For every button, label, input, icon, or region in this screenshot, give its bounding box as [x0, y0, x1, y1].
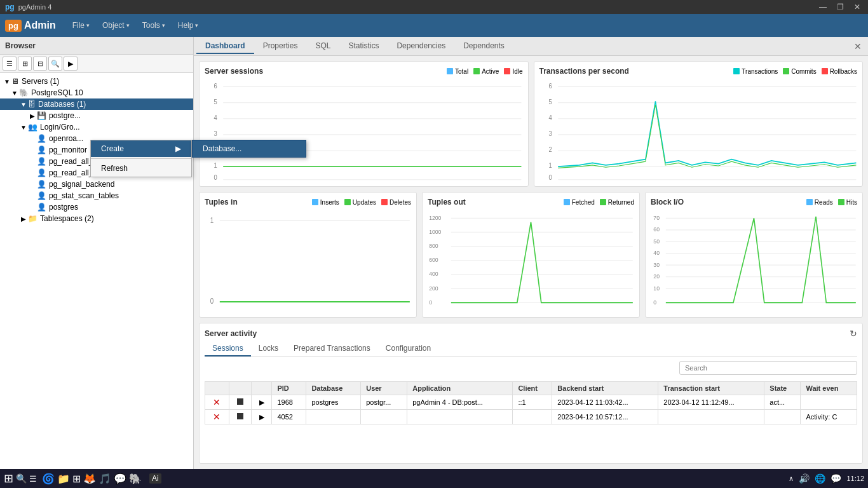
svg-text:30: 30 — [653, 261, 660, 268]
taskbar-chat-icon[interactable]: 💬 — [114, 473, 126, 485]
tree-pg-signal-backend[interactable]: 👤 pg_signal_backend — [0, 179, 193, 190]
taskbar-apps-icon[interactable]: ⊞ — [72, 473, 81, 485]
maximize-button[interactable]: ❐ — [834, 3, 846, 11]
context-refresh[interactable]: Refresh — [91, 160, 191, 177]
tree-pg-stat-scan-tables[interactable]: 👤 pg_stat_scan_tables — [0, 190, 193, 201]
tab-dependencies[interactable]: Dependencies — [388, 39, 454, 54]
login-groups-label: Login/Gro... — [40, 123, 80, 132]
legend-total: Total — [447, 68, 468, 75]
toggle-login-groups: ▼ — [19, 124, 28, 131]
legend-deletes: Deletes — [381, 199, 411, 206]
chart-server-sessions: Server sessions Total Active — [199, 61, 529, 187]
tree-tablespaces[interactable]: ▶ 📁 Tablespaces (2) — [0, 213, 193, 224]
row2-play[interactable]: ▶ — [251, 410, 272, 424]
openroad-icon: 👤 — [37, 134, 46, 143]
tray-notification-icon[interactable]: 💬 — [831, 473, 841, 484]
taskbar-task-view-icon[interactable]: ☰ — [29, 474, 37, 484]
row2-transaction-start — [658, 410, 764, 424]
legend-hits-label: Hits — [846, 199, 857, 206]
tree-postgresql[interactable]: ▼ 🐘 PostgreSQL 10 — [0, 87, 193, 98]
legend-returned-label: Returned — [608, 199, 634, 206]
toolbar-menu-btn[interactable]: ☰ — [3, 57, 17, 71]
taskbar-search-icon[interactable]: 🔍 — [16, 473, 27, 484]
start-button[interactable]: ⊞ — [4, 471, 13, 485]
chart-transactions-area: 6 5 4 3 2 1 0 — [539, 79, 858, 181]
svg-text:0: 0 — [214, 173, 218, 180]
minimize-button[interactable]: — — [817, 3, 829, 11]
col-pid: PID — [272, 382, 306, 395]
legend-updates-dot — [344, 199, 351, 205]
toolbar-grid-btn[interactable]: ⊞ — [18, 57, 32, 71]
row2-terminate[interactable]: ✕ — [205, 410, 229, 424]
tab-sql[interactable]: SQL — [306, 39, 339, 54]
menubar: pg Admin File ▾ Object ▾ Tools ▾ Help ▾ — [0, 14, 868, 37]
row1-pid: 1968 — [272, 395, 306, 410]
taskbar-ai-label[interactable]: Ai — [149, 473, 161, 484]
tree-databases[interactable]: ▼ 🗄 Databases (1) — [0, 98, 193, 110]
pg-stat-scan-tables-icon: 👤 — [37, 191, 46, 200]
row1-state: act... — [764, 395, 801, 410]
tab-dashboard[interactable]: Dashboard — [196, 39, 254, 54]
svg-text:600: 600 — [429, 257, 438, 264]
tablespaces-icon: 📁 — [28, 214, 37, 223]
tree-login-groups[interactable]: ▼ 👥 Login/Gro... — [0, 121, 193, 133]
activity-tab-configuration[interactable]: Configuration — [378, 341, 438, 356]
menu-help[interactable]: Help ▾ — [172, 17, 205, 34]
tree-postgres-user[interactable]: 👤 postgres — [0, 201, 193, 213]
taskbar-music-icon[interactable]: 🎵 — [98, 473, 111, 485]
legend-deletes-label: Deletes — [390, 199, 411, 206]
svg-text:0: 0 — [653, 299, 656, 306]
toolbar-search-btn[interactable]: 🔍 — [48, 57, 62, 71]
tab-dependents[interactable]: Dependents — [454, 39, 513, 54]
activity-table-body: ✕ ▶ 1968 postgres postgr... pgAdmin 4 - … — [205, 395, 857, 424]
menu-object[interactable]: Object ▾ — [96, 17, 136, 34]
toolbar-collapse-btn[interactable]: ⊟ — [33, 57, 47, 71]
toolbar-execute-btn[interactable]: ▶ — [64, 57, 78, 71]
taskbar-files-icon[interactable]: 📁 — [57, 473, 70, 485]
legend-inserts-dot — [312, 199, 318, 205]
activity-tab-locks[interactable]: Locks — [251, 341, 286, 356]
svg-text:3: 3 — [214, 130, 218, 137]
row2-stop[interactable] — [229, 410, 251, 424]
tree-servers[interactable]: ▼ 🖥 Servers (1) — [0, 76, 193, 87]
chart-block-io-header: Block I/O Reads Hits — [651, 198, 857, 207]
tab-statistics[interactable]: Statistics — [339, 39, 388, 54]
context-create[interactable]: Create ▶ — [91, 140, 191, 157]
activity-tab-sessions[interactable]: Sessions — [205, 341, 251, 356]
legend-commits-dot — [783, 68, 789, 74]
tray-network-icon[interactable]: 🌐 — [815, 473, 825, 484]
submenu-database[interactable]: Database... — [193, 140, 306, 157]
legend-total-label: Total — [455, 68, 468, 75]
chart-tuples-in-title: Tuples in — [205, 198, 238, 207]
tree-postgres-db[interactable]: ▶ 💾 postgre... — [0, 110, 193, 121]
legend-returned: Returned — [600, 199, 634, 206]
tray-volume-icon[interactable]: 🔊 — [799, 473, 810, 484]
activity-table-head: PID Database User Application Client Bac… — [205, 382, 857, 395]
activity-search-input[interactable] — [679, 361, 857, 375]
taskbar-edge-icon[interactable]: 🌀 — [42, 473, 55, 485]
legend-reads-label: Reads — [815, 199, 833, 206]
menu-file[interactable]: File ▾ — [66, 17, 96, 34]
content-close-button[interactable]: ✕ — [850, 40, 865, 53]
row1-play[interactable]: ▶ — [251, 395, 272, 410]
taskbar-firefox-icon[interactable]: 🦊 — [83, 473, 96, 485]
menu-tools[interactable]: Tools ▾ — [136, 17, 172, 34]
content-tabs: Dashboard Properties SQL Statistics Depe… — [194, 37, 868, 56]
tab-properties[interactable]: Properties — [254, 39, 307, 54]
chart-tuples-in-area: 1 0 — [205, 210, 411, 312]
app-title: pgAdmin 4 — [18, 3, 52, 11]
tray-expand-icon[interactable]: ∧ — [789, 475, 794, 483]
postgresql-icon: 🐘 — [19, 88, 29, 97]
row1-stop[interactable] — [229, 395, 251, 410]
activity-refresh-button[interactable]: ↻ — [850, 329, 857, 339]
submenu: Database... — [192, 140, 306, 158]
activity-tab-prepared-transactions[interactable]: Prepared Transactions — [286, 341, 378, 356]
svg-text:6: 6 — [214, 82, 218, 89]
taskbar-pgadmin-icon[interactable]: 🐘 — [129, 473, 142, 485]
server-activity-card: Server activity ↻ Sessions Locks Prepare… — [199, 323, 863, 464]
close-button[interactable]: ✕ — [851, 3, 863, 11]
legend-trans: Transactions — [733, 68, 778, 75]
context-create-arrow: ▶ — [175, 144, 181, 153]
context-create-label: Create — [101, 144, 124, 153]
row1-terminate[interactable]: ✕ — [205, 395, 229, 410]
